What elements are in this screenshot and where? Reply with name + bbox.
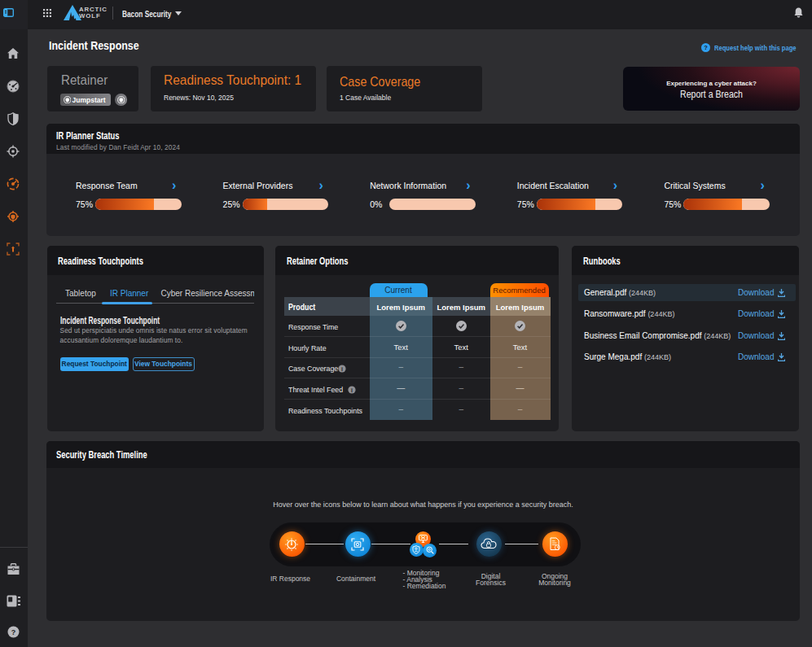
svg-text:?: ? xyxy=(704,44,708,51)
svg-text:i: i xyxy=(351,387,353,392)
svg-text:i: i xyxy=(341,365,343,371)
svg-text:?: ? xyxy=(11,628,16,636)
